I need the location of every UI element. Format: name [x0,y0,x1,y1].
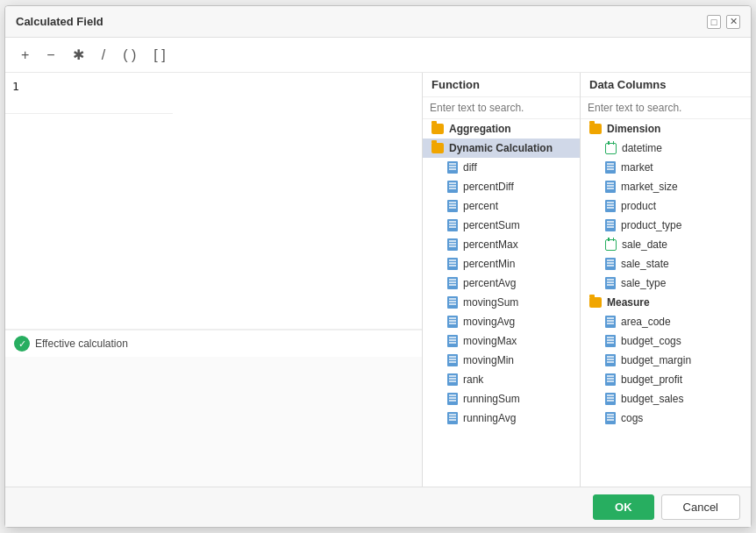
file-icon [447,277,458,289]
data-column-item[interactable]: Measure [581,293,751,312]
minimize-button[interactable]: □ [707,15,721,29]
function-search-input[interactable] [423,97,580,119]
formula-editor[interactable]: 1 [5,73,173,114]
file-icon [605,219,616,231]
data-column-item[interactable]: sale_type [581,274,751,293]
minus-button[interactable]: − [41,46,60,65]
data-columns-panel: Data Columns Dimensiondatetimemarketmark… [581,73,751,487]
file-icon [447,258,458,270]
brackets-button[interactable]: [ ] [148,46,170,65]
formula-hint-area [5,357,422,487]
function-list-item[interactable]: movingAvg [423,312,580,331]
file-icon [605,412,616,424]
data-column-item[interactable]: sale_date [581,235,751,254]
data-column-item[interactable]: product [581,196,751,216]
file-icon [447,393,458,405]
function-list-item[interactable]: percentAvg [423,274,580,293]
data-column-item[interactable]: Dimension [581,119,751,139]
folder-icon [589,124,602,134]
function-list-item[interactable]: Dynamic Calculation [423,139,580,158]
file-icon [447,181,458,193]
data-column-item[interactable]: area_code [581,312,751,331]
file-icon [447,161,458,174]
file-icon [605,335,616,347]
file-icon [447,412,458,424]
status-bar: ✓ Effective calculation [5,330,422,357]
file-icon [605,200,616,212]
file-icon [605,161,616,174]
data-column-item[interactable]: budget_sales [581,389,751,409]
status-valid-icon: ✓ [14,336,30,352]
cancel-button[interactable]: Cancel [661,494,740,520]
function-list-item[interactable]: percentDiff [423,177,580,196]
file-icon [447,316,458,328]
function-list: AggregationDynamic Calculationdiffpercen… [423,119,580,487]
file-icon [447,373,458,386]
function-list-item[interactable]: Aggregation [423,119,580,139]
data-column-item[interactable]: product_type [581,216,751,235]
folder-icon [431,143,444,153]
folder-icon [431,124,444,134]
file-icon [605,277,616,289]
footer: OK Cancel [5,487,751,527]
data-column-item[interactable]: budget_cogs [581,331,751,351]
file-icon [605,181,616,193]
folder-icon [589,297,602,308]
multiply-button[interactable]: ✱ [68,45,89,65]
function-list-item[interactable]: percentSum [423,216,580,235]
file-icon [447,219,458,231]
divide-button[interactable]: / [96,46,111,65]
data-column-item[interactable]: sale_state [581,254,751,274]
function-list-item[interactable]: percentMax [423,235,580,254]
function-list-item[interactable]: percent [423,196,580,216]
calendar-icon [605,143,617,154]
file-icon [447,335,458,347]
function-panel-header: Function [423,73,580,97]
file-icon [605,373,616,386]
data-columns-header: Data Columns [581,73,751,97]
file-icon [447,354,458,366]
data-column-item[interactable]: cogs [581,409,751,428]
file-icon [605,316,616,328]
function-list-item[interactable]: rank [423,370,580,389]
parens-button[interactable]: ( ) [118,46,141,65]
plus-button[interactable]: + [16,46,34,65]
data-column-item[interactable]: budget_profit [581,370,751,389]
data-column-item[interactable]: datetime [581,139,751,158]
window-controls: □ ✕ [707,15,740,29]
function-list-item[interactable]: runningAvg [423,409,580,428]
file-icon [447,200,458,212]
file-icon [605,393,616,405]
data-columns-search-input[interactable] [581,97,751,119]
title-bar: Calculated Field □ ✕ [5,6,751,38]
file-icon [447,238,458,251]
file-icon [605,258,616,270]
function-list-item[interactable]: movingMax [423,331,580,351]
dialog-title: Calculated Field [16,15,103,28]
status-text: Effective calculation [35,338,128,350]
calculated-field-dialog: Calculated Field □ ✕ + − ✱ / ( ) [ ] 1 ✓… [4,5,752,528]
function-list-item[interactable]: percentMin [423,254,580,274]
function-list-item[interactable]: movingSum [423,293,580,312]
data-column-item[interactable]: budget_margin [581,351,751,370]
formula-toolbar: + − ✱ / ( ) [ ] [5,38,751,73]
function-list-item[interactable]: diff [423,158,580,177]
calendar-icon [605,239,617,251]
data-columns-list: Dimensiondatetimemarketmarket_sizeproduc… [581,119,751,487]
editor-top-area: 1 [5,73,422,330]
function-list-item[interactable]: movingMin [423,351,580,370]
data-column-item[interactable]: market_size [581,177,751,196]
file-icon [447,296,458,309]
function-list-item[interactable]: runningSum [423,389,580,409]
file-icon [605,354,616,366]
close-button[interactable]: ✕ [726,15,740,29]
editor-panel: 1 ✓ Effective calculation [5,73,423,487]
main-content: 1 ✓ Effective calculation Function Aggre… [5,73,751,487]
function-panel: Function AggregationDynamic Calculationd… [423,73,581,487]
ok-button[interactable]: OK [593,494,654,520]
data-column-item[interactable]: market [581,158,751,177]
